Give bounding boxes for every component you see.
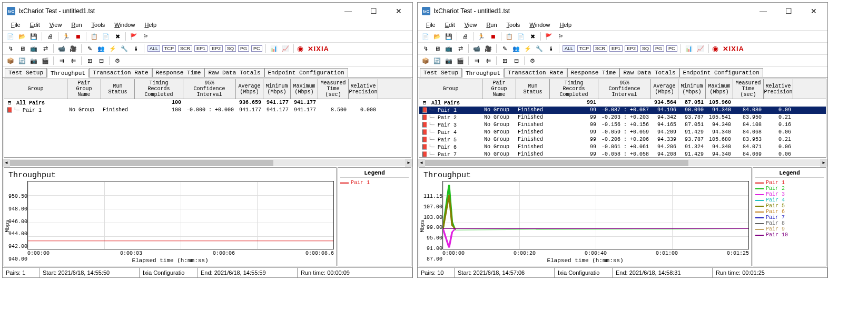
tab-throughput[interactable]: Throughput bbox=[47, 69, 89, 78]
t3-icon-5[interactable]: ⇉ bbox=[57, 56, 66, 65]
filter-pc[interactable]: PC bbox=[666, 45, 677, 52]
flag2-icon[interactable]: 🏳 bbox=[141, 32, 150, 41]
t2-icon-12[interactable]: 📊 bbox=[269, 44, 279, 53]
paste-icon[interactable]: 📄 bbox=[101, 32, 111, 41]
print-icon[interactable]: 🖨 bbox=[45, 32, 55, 41]
filter-tcp[interactable]: TCP bbox=[162, 45, 176, 52]
menu-edit[interactable]: Edit bbox=[26, 21, 44, 29]
t2-icon-6[interactable]: 🎥 bbox=[68, 44, 78, 53]
col-9[interactable]: RelativePrecision bbox=[349, 79, 378, 99]
filter-pc[interactable]: PC bbox=[251, 45, 262, 52]
col-8[interactable]: MeasuredTime(sec) bbox=[318, 79, 349, 99]
filter-all[interactable]: ALL bbox=[147, 45, 160, 52]
open-icon[interactable]: 📂 bbox=[17, 32, 27, 41]
t3-icon-7[interactable]: ⊞ bbox=[500, 56, 509, 65]
col-0[interactable]: Group bbox=[4, 79, 67, 99]
tab-throughput[interactable]: Throughput bbox=[462, 69, 504, 78]
filter-pg[interactable]: PG bbox=[653, 45, 664, 52]
print-icon[interactable]: 🖨 bbox=[460, 32, 470, 41]
t2-icon-3[interactable]: 📺 bbox=[444, 44, 453, 53]
t3-icon-4[interactable]: 🎬 bbox=[41, 56, 50, 65]
menu-run[interactable]: Run bbox=[482, 21, 501, 29]
menu-file[interactable]: File bbox=[422, 21, 440, 29]
close-button[interactable]: ✕ bbox=[804, 5, 823, 17]
menu-tools[interactable]: Tools bbox=[87, 21, 110, 29]
t2-icon-9[interactable]: ⚡ bbox=[108, 44, 117, 53]
filter-tcp[interactable]: TCP bbox=[577, 45, 591, 52]
filter-ep2[interactable]: EP2 bbox=[210, 45, 223, 52]
save-icon[interactable]: 💾 bbox=[29, 32, 38, 41]
tab-endpoint configuration[interactable]: Endpoint Configuration bbox=[679, 68, 763, 77]
col-3[interactable]: TimingRecordsCompleted bbox=[135, 79, 183, 99]
table-row[interactable]: 📕└─ Pair 5 No Group Finished 99 -0.206 :… bbox=[419, 136, 826, 143]
filter-ep1[interactable]: EP1 bbox=[194, 45, 208, 52]
t2-icon-4[interactable]: ⇄ bbox=[41, 44, 50, 53]
menu-help[interactable]: Help bbox=[555, 21, 576, 29]
table-row[interactable]: 📕└─ Pair 6 No Group Finished 99 -0.061 :… bbox=[419, 143, 826, 151]
scroll-left-icon[interactable]: ◄ bbox=[3, 159, 10, 167]
tab-test setup[interactable]: Test Setup bbox=[5, 68, 47, 77]
scroll-left-icon[interactable]: ◄ bbox=[418, 159, 425, 167]
filter-sq[interactable]: SQ bbox=[640, 45, 651, 52]
minimize-button[interactable]: — bbox=[754, 5, 773, 17]
t2-icon-12[interactable]: 📊 bbox=[684, 44, 694, 53]
maximize-button[interactable]: ☐ bbox=[779, 5, 798, 17]
table-row[interactable]: 📕└─ Pair 7 No Group Finished 99 -0.058 :… bbox=[419, 151, 826, 158]
col-9[interactable]: RelativePrecision bbox=[764, 79, 793, 99]
col-2[interactable]: RunStatus bbox=[516, 79, 550, 99]
open-icon[interactable]: 📂 bbox=[432, 32, 442, 41]
t2-icon-3[interactable]: 📺 bbox=[29, 44, 38, 53]
table-row[interactable]: 📕└─ Pair 3 No Group Finished 99 -0.156 :… bbox=[419, 121, 826, 129]
t2-icon-13[interactable]: 📈 bbox=[281, 44, 290, 53]
t3-icon-9[interactable]: ⚙ bbox=[528, 56, 537, 65]
close-button[interactable]: ✕ bbox=[389, 5, 408, 17]
flag1-icon[interactable]: 🚩 bbox=[544, 32, 554, 41]
t2-icon-9[interactable]: ⚡ bbox=[523, 44, 532, 53]
t3-icon-6[interactable]: ⇇ bbox=[68, 56, 78, 65]
delete-icon[interactable]: ✖ bbox=[113, 32, 122, 41]
t2-icon-10[interactable]: 🔧 bbox=[120, 44, 129, 53]
t3-icon-8[interactable]: ⊟ bbox=[511, 56, 521, 65]
delete-icon[interactable]: ✖ bbox=[528, 32, 537, 41]
t2-icon-11[interactable]: 🌡 bbox=[546, 44, 556, 53]
t2-icon-5[interactable]: 📹 bbox=[57, 44, 66, 53]
flag2-icon[interactable]: 🏳 bbox=[556, 32, 565, 41]
filter-ep1[interactable]: EP1 bbox=[609, 45, 623, 52]
save-icon[interactable]: 💾 bbox=[444, 32, 453, 41]
filter-scr[interactable]: SCR bbox=[178, 45, 192, 52]
t3-icon-2[interactable]: 🔄 bbox=[432, 56, 442, 65]
table-row[interactable]: 📕└─ Pair 2 No Group Finished 99 -0.203 :… bbox=[419, 114, 826, 121]
menu-run[interactable]: Run bbox=[67, 21, 86, 29]
col-1[interactable]: PairGroupName bbox=[67, 79, 101, 99]
col-0[interactable]: Group bbox=[419, 79, 482, 99]
t2-icon-7[interactable]: ✎ bbox=[85, 44, 94, 53]
t3-icon-4[interactable]: 🎬 bbox=[456, 56, 465, 65]
col-5[interactable]: Average(Mbps) bbox=[651, 79, 678, 99]
results-grid[interactable]: GroupPairGroupNameRunStatusTimingRecords… bbox=[4, 79, 411, 158]
grid-hscroll-r[interactable]: ◄ ► bbox=[418, 159, 827, 166]
menu-help[interactable]: Help bbox=[140, 21, 161, 29]
menu-edit[interactable]: Edit bbox=[441, 21, 459, 29]
maximize-button[interactable]: ☐ bbox=[364, 5, 383, 17]
t2-icon-13[interactable]: 📈 bbox=[696, 44, 705, 53]
t3-icon-8[interactable]: ⊟ bbox=[96, 56, 106, 65]
new-icon[interactable]: 📄 bbox=[421, 32, 430, 41]
t3-icon-7[interactable]: ⊞ bbox=[85, 56, 94, 65]
tab-response time[interactable]: Response Time bbox=[152, 68, 205, 77]
t2-icon-8[interactable]: 👥 bbox=[511, 44, 521, 53]
run-icon[interactable]: 🏃 bbox=[477, 32, 486, 41]
menu-view[interactable]: View bbox=[45, 21, 66, 29]
col-6[interactable]: Minimum(Mbps) bbox=[263, 79, 291, 99]
t3-icon-1[interactable]: 📦 bbox=[421, 56, 430, 65]
tab-endpoint configuration[interactable]: Endpoint Configuration bbox=[264, 68, 348, 77]
results-grid-r[interactable]: GroupPairGroupNameRunStatusTimingRecords… bbox=[419, 79, 826, 158]
t3-icon-3[interactable]: 📷 bbox=[444, 56, 453, 65]
flag1-icon[interactable]: 🚩 bbox=[129, 32, 139, 41]
col-7[interactable]: Maximum(Mbps) bbox=[291, 79, 318, 99]
menu-file[interactable]: File bbox=[7, 21, 25, 29]
tab-transaction rate[interactable]: Transaction Rate bbox=[89, 68, 152, 77]
col-4[interactable]: 95%ConfidenceInterval bbox=[598, 79, 651, 99]
minimize-button[interactable]: — bbox=[339, 5, 358, 17]
table-row[interactable]: 📕└─ Pair 1 No Group Finished 100 -0.000 … bbox=[4, 107, 411, 114]
t2-icon-4[interactable]: ⇄ bbox=[456, 44, 465, 53]
